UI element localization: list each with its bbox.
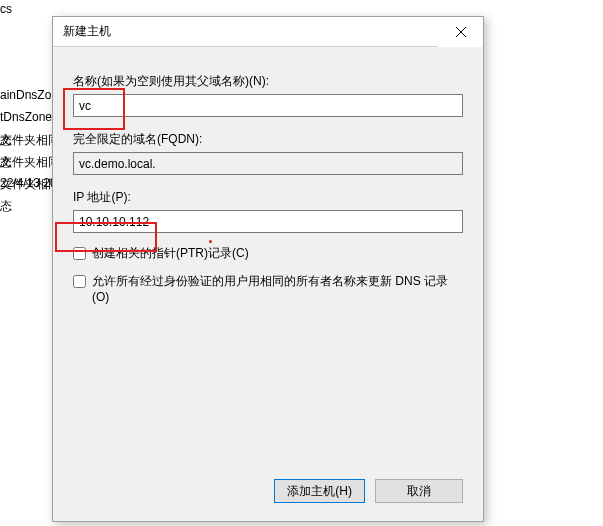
dialog-content: 名称(如果为空则使用其父域名称)(N): 完全限定的域名(FQDN): IP 地…: [53, 47, 483, 521]
titlebar: 新建主机: [53, 17, 483, 47]
button-row: 添加主机(H) 取消: [274, 479, 463, 503]
bg-item-0: ainDnsZon: [0, 88, 58, 102]
bg-right-1: 态: [0, 132, 12, 149]
close-button[interactable]: [438, 17, 483, 47]
fqdn-input: [73, 152, 463, 175]
allow-update-checkbox[interactable]: [73, 275, 86, 288]
cancel-button[interactable]: 取消: [375, 479, 463, 503]
ip-input[interactable]: [73, 210, 463, 233]
bg-fragment-cs: cs: [0, 2, 12, 16]
ptr-checkbox-label[interactable]: 创建相关的指针(PTR)记录(C): [92, 245, 249, 261]
bg-right-2: 态: [0, 154, 12, 171]
allow-checkbox-row: 允许所有经过身份验证的用户用相同的所有者名称来更新 DNS 记录(O): [73, 273, 463, 305]
add-host-button[interactable]: 添加主机(H): [274, 479, 365, 503]
name-input[interactable]: [73, 94, 463, 117]
allow-update-checkbox-label[interactable]: 允许所有经过身份验证的用户用相同的所有者名称来更新 DNS 记录(O): [92, 273, 463, 305]
fqdn-label: 完全限定的域名(FQDN):: [73, 131, 463, 148]
dialog-title: 新建主机: [63, 23, 111, 40]
ptr-checkbox[interactable]: [73, 247, 86, 260]
bg-item-1: tDnsZones: [0, 110, 58, 124]
name-label: 名称(如果为空则使用其父域名称)(N):: [73, 73, 463, 90]
new-host-dialog: 新建主机 名称(如果为空则使用其父域名称)(N): 完全限定的域名(FQDN):…: [52, 16, 484, 522]
close-icon: [456, 27, 466, 37]
ptr-checkbox-row: 创建相关的指针(PTR)记录(C): [73, 245, 463, 261]
bg-right-3: 态: [0, 198, 12, 215]
ip-label: IP 地址(P):: [73, 189, 463, 206]
